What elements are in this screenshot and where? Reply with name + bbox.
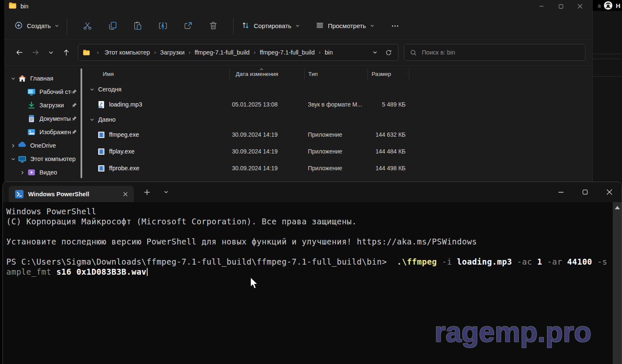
terminal-text-segment: (C) Корпорация Майкрософт (Microsoft Cor… (6, 217, 357, 226)
column-header-size[interactable]: Размер (372, 71, 391, 77)
background-window-titlebar: а Н (593, 0, 622, 11)
column-resize-handle[interactable] (304, 68, 304, 80)
file-row-loading.mp3[interactable]: MP3loading.mp305.01.2025 13:08Звук в фор… (86, 96, 592, 113)
mp3-file-icon: MP3 (97, 101, 105, 109)
file-name: ffplay.exe (109, 148, 135, 155)
breadcrumb: Этот компьютер›Загрузки›ffmpeg-7.1-full_… (103, 48, 334, 57)
svg-text:MP3: MP3 (99, 107, 102, 108)
sidebar-item-onedrive[interactable]: OneDrive (4, 139, 86, 152)
terminal-tab-title: Windows PowerShell (28, 191, 89, 198)
terminal-tab[interactable]: Windows PowerShell (9, 186, 134, 202)
breadcrumb-item[interactable]: bin (323, 48, 334, 57)
new-button-label: Создать (27, 22, 51, 29)
recent-locations-button[interactable] (44, 45, 58, 60)
address-dropdown-chevron-icon[interactable] (372, 50, 377, 55)
file-row-ffprobe.exe[interactable]: ffprobe.exe30.09.2024 14:19Приложение144… (86, 160, 592, 177)
address-bar[interactable]: › Этот компьютер›Загрузки›ffmpeg-7.1-ful… (78, 44, 398, 61)
tab-close-icon[interactable] (121, 190, 130, 198)
column-header-type[interactable]: Тип (308, 71, 318, 77)
file-row-ffmpeg.exe[interactable]: ffmpeg.exe30.09.2024 14:19Приложение144 … (86, 126, 592, 143)
sidebar-item-documents[interactable]: Документы (4, 112, 86, 125)
paste-button[interactable] (128, 16, 147, 36)
column-header-date[interactable]: Дата изменения (236, 71, 278, 77)
pc-icon (18, 155, 26, 163)
view-button[interactable]: Просмотреть (315, 21, 375, 31)
file-type: Приложение (308, 131, 342, 138)
search-box[interactable]: Поиск в: bin (404, 44, 586, 61)
sidebar-item-home[interactable]: Главная (4, 72, 86, 85)
sidebar-item-pictures[interactable]: Изображени... (4, 125, 86, 139)
back-button[interactable] (11, 45, 28, 60)
forward-button[interactable] (28, 45, 44, 60)
maximize-button[interactable] (573, 182, 597, 202)
column-resize-handle[interactable] (367, 68, 368, 80)
minimize-button[interactable] (532, 0, 551, 12)
terminal-caret (147, 268, 148, 276)
minimize-button[interactable] (549, 182, 573, 202)
sidebar-item-video[interactable]: Видео (4, 166, 86, 179)
terminal-text-segment (452, 257, 457, 266)
downloads-icon (27, 101, 36, 109)
more-options-button[interactable] (385, 16, 405, 36)
maximize-button[interactable] (551, 0, 570, 12)
video-icon (27, 168, 36, 177)
close-button[interactable] (570, 0, 590, 12)
tab-dropdown-chevron-icon[interactable] (161, 187, 171, 197)
share-button[interactable] (178, 16, 198, 36)
mouse-cursor (250, 277, 259, 292)
divider (593, 76, 622, 77)
terminal-text-segment (51, 267, 56, 276)
pictures-icon (27, 128, 36, 136)
breadcrumb-item[interactable]: ffmpeg-7.1-full_build (258, 48, 316, 57)
terminal-text-segment: PS C:\Users\Sigma\Downloads\ffmpeg-7.1-f… (6, 257, 397, 266)
file-group-header[interactable]: Давно (86, 113, 592, 126)
divider (593, 59, 622, 59)
file-group-label: Сегодня (98, 86, 122, 93)
sidebar-item-label: OneDrive (30, 142, 56, 149)
terminal-text-segment: Установите последнюю версию PowerShell д… (6, 237, 477, 246)
column-resize-handle[interactable] (229, 68, 230, 80)
navigation-pane: ГлавнаяРабочий сто...ЗагрузкиДокументыИз… (4, 66, 86, 183)
sort-button[interactable]: Сортировать (241, 21, 300, 31)
terminal-scrollbar[interactable] (613, 202, 622, 364)
close-button[interactable] (597, 182, 622, 202)
sidebar-item-desktop[interactable]: Рабочий сто... (4, 85, 86, 99)
terminal-text-segment: -ac (517, 257, 532, 266)
terminal-line (6, 247, 613, 257)
breadcrumb-item[interactable]: Этот компьютер (103, 48, 151, 57)
new-button[interactable]: Создать (14, 21, 59, 31)
copy-button[interactable] (103, 16, 122, 36)
column-header-name[interactable]: Имя (103, 71, 114, 77)
chevron-right-icon[interactable] (18, 170, 27, 175)
rename-button[interactable] (153, 16, 172, 36)
pin-icon (71, 102, 77, 108)
file-group-header[interactable]: Сегодня (86, 83, 592, 96)
sidebar-item-thispc[interactable]: Этот компьютер (4, 152, 86, 166)
up-button[interactable] (58, 45, 75, 60)
file-name-cell: ffprobe.exe (86, 164, 139, 172)
file-name: ffprobe.exe (109, 165, 139, 172)
file-row-ffplay.exe[interactable]: ffplay.exe30.09.2024 14:19Приложение144 … (86, 143, 592, 160)
sidebar-item-downloads[interactable]: Загрузки (4, 99, 86, 112)
file-date: 30.09.2024 14:19 (232, 148, 278, 155)
chevron-down-icon (295, 23, 300, 28)
scroll-up-arrow-icon[interactable] (615, 206, 620, 209)
new-tab-button[interactable] (141, 187, 153, 198)
divider (593, 54, 622, 54)
terminal-line: Установите последнюю версию PowerShell д… (6, 237, 613, 247)
file-name-cell: ffplay.exe (86, 148, 135, 156)
terminal-line: PS C:\Users\Sigma\Downloads\ffmpeg-7.1-f… (6, 257, 613, 267)
breadcrumb-separator: › (151, 49, 159, 55)
delete-button[interactable] (203, 16, 223, 36)
column-resize-handle[interactable] (409, 68, 409, 80)
terminal-line (6, 226, 613, 237)
cut-button[interactable] (78, 16, 97, 36)
refresh-icon[interactable] (385, 49, 392, 56)
chevron-down-icon[interactable] (8, 76, 18, 81)
sidebar-scrollbar[interactable] (81, 68, 82, 178)
breadcrumb-item[interactable]: ffmpeg-7.1-full_build (193, 48, 251, 57)
breadcrumb-item[interactable]: Загрузки (159, 48, 186, 57)
chevron-right-icon[interactable] (8, 143, 18, 148)
toolbar-separator (67, 18, 67, 34)
chevron-down-icon[interactable] (8, 157, 18, 161)
